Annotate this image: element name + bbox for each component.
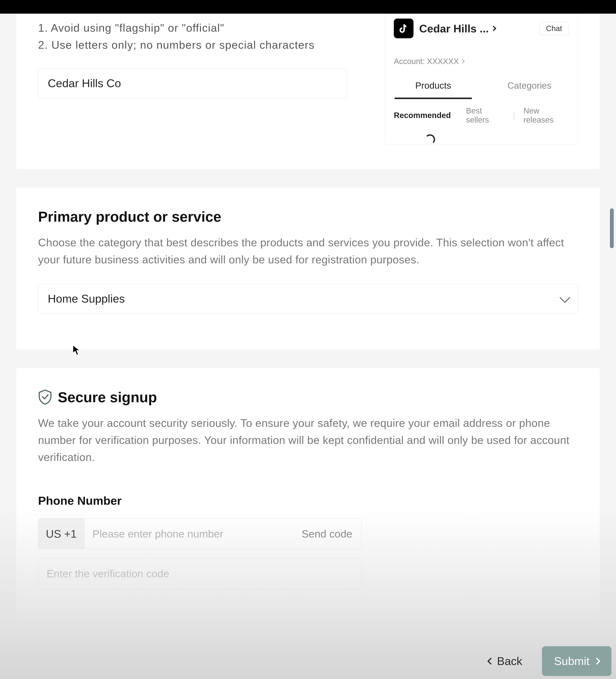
submit-button-label: Submit bbox=[554, 654, 589, 668]
filter-recommended[interactable]: Recommended bbox=[394, 111, 451, 120]
chevron-right-icon bbox=[460, 59, 465, 64]
preview-shop-name-row[interactable]: Cedar Hills ... bbox=[419, 22, 533, 35]
shop-name-section: 1. Avoid using "flagship" or "official" … bbox=[16, 13, 600, 169]
country-code-select[interactable]: US +1 bbox=[38, 519, 85, 549]
primary-product-description: Choose the category that best describes … bbox=[38, 234, 578, 268]
chevron-right-icon bbox=[593, 657, 601, 665]
chevron-left-icon bbox=[487, 657, 494, 665]
primary-product-section: Primary product or service Choose the ca… bbox=[16, 188, 600, 350]
preview-shop-name: Cedar Hills ... bbox=[419, 22, 489, 35]
back-button-label: Back bbox=[497, 654, 522, 668]
back-button[interactable]: Back bbox=[476, 646, 534, 672]
window-titlebar bbox=[0, 0, 616, 13]
instruction-line-1: 1. Avoid using "flagship" or "official" bbox=[38, 19, 369, 36]
preview-tabs: Products Categories bbox=[385, 75, 578, 99]
phone-number-label: Phone Number bbox=[38, 494, 578, 507]
scrollbar-thumb[interactable] bbox=[610, 208, 614, 248]
preview-filter-row: Recommended Best sellers | New releases bbox=[385, 99, 578, 125]
preview-account-label: Account: XXXXXX bbox=[394, 57, 459, 66]
shop-preview-panel: Cedar Hills ... Chat Account: XXXXXX Pro… bbox=[385, 13, 578, 144]
chevron-right-icon bbox=[491, 26, 496, 31]
filter-separator: | bbox=[513, 111, 515, 120]
preview-header: Cedar Hills ... Chat bbox=[385, 14, 578, 45]
chevron-down-icon bbox=[559, 292, 570, 303]
filter-best-sellers[interactable]: Best sellers bbox=[466, 106, 505, 125]
phone-input-group: US +1 Send code bbox=[38, 518, 362, 549]
shop-name-left: 1. Avoid using "flagship" or "official" … bbox=[38, 13, 369, 98]
shop-name-instructions: 1. Avoid using "flagship" or "official" … bbox=[38, 13, 369, 54]
primary-product-title: Primary product or service bbox=[38, 208, 578, 225]
secure-signup-title: Secure signup bbox=[58, 389, 157, 406]
chat-button[interactable]: Chat bbox=[539, 22, 569, 35]
send-code-button[interactable]: Send code bbox=[292, 519, 361, 549]
loading-spinner-icon bbox=[425, 134, 435, 144]
instruction-line-2: 2. Use letters only; no numbers or speci… bbox=[38, 36, 369, 54]
tab-categories[interactable]: Categories bbox=[481, 75, 578, 99]
footer-actions: Back Submit bbox=[476, 646, 612, 672]
tab-products[interactable]: Products bbox=[385, 75, 481, 99]
verification-code-input[interactable] bbox=[38, 558, 362, 589]
preview-account-row[interactable]: Account: XXXXXX bbox=[385, 45, 578, 75]
phone-number-input[interactable] bbox=[85, 519, 292, 549]
shield-icon bbox=[38, 389, 52, 405]
tiktok-logo-icon bbox=[394, 19, 414, 38]
secure-signup-section: Secure signup We take your account secur… bbox=[16, 368, 600, 619]
primary-product-select[interactable]: Home Supplies bbox=[38, 284, 578, 314]
secure-signup-description: We take your account security seriously.… bbox=[38, 415, 578, 466]
filter-new-releases[interactable]: New releases bbox=[523, 106, 569, 125]
submit-button[interactable]: Submit bbox=[542, 646, 612, 672]
shop-name-input[interactable] bbox=[38, 69, 347, 98]
primary-product-selected: Home Supplies bbox=[48, 292, 125, 305]
secure-signup-title-row: Secure signup bbox=[38, 389, 578, 406]
